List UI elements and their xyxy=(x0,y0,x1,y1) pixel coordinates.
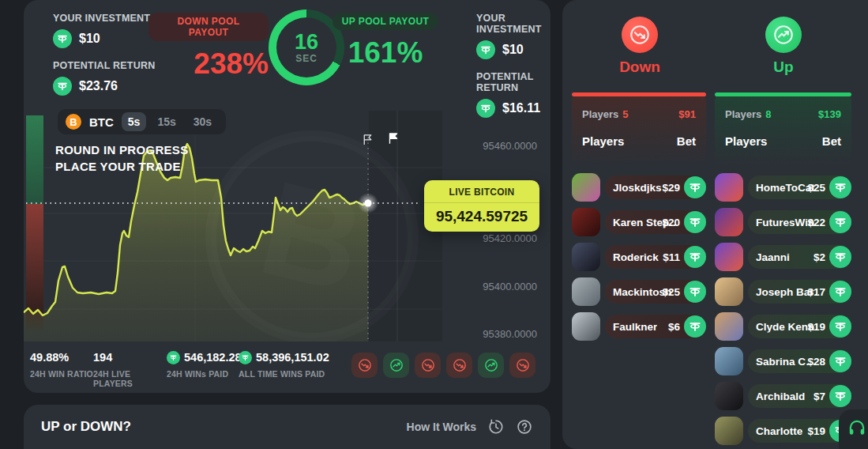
round-result-up xyxy=(478,353,504,378)
down-pool-card: Players 5 $91 Players Bet xyxy=(572,92,706,165)
player-bet: $19 xyxy=(807,425,825,437)
player-name: Archibald xyxy=(756,391,805,402)
player-bet: $28 xyxy=(807,356,825,368)
up-players-count: 8 xyxy=(765,108,771,120)
down-pool-total: $91 xyxy=(678,108,696,120)
bet-column-header: Bet xyxy=(677,134,696,148)
down-pool-payout-percent: 238% xyxy=(148,47,269,81)
your-investment-down-block: YOUR INVESTMENT $10 POTENTIAL RETURN $23… xyxy=(53,13,155,96)
tether-icon xyxy=(53,29,72,48)
price-axis-label: 95380.0000 xyxy=(483,328,537,340)
tether-icon xyxy=(167,351,180,364)
player-bet: $25 xyxy=(662,286,680,298)
down-players-list: Jloskdjks $29 Karen Step… $20 Roderick $… xyxy=(572,173,706,347)
price-axis-label: 95400.0000 xyxy=(483,281,537,292)
down-players-count: 5 xyxy=(622,108,628,120)
bitcoin-icon: B xyxy=(66,114,81,130)
live-price-value: 95,424.59725 xyxy=(424,208,539,225)
live-price-badge: LIVE BITCOIN 95,424.59725 xyxy=(424,180,539,232)
tether-icon xyxy=(684,281,706,303)
player-bet: $25 xyxy=(807,182,825,194)
help-icon[interactable] xyxy=(516,418,533,436)
down-pool-payout-block: DOWN POOL PAYOUT 238% xyxy=(148,13,269,81)
player-name: Faulkner xyxy=(613,321,657,333)
stat-value: 194 xyxy=(93,351,112,364)
tether-icon xyxy=(829,350,851,372)
tether-icon xyxy=(239,351,252,364)
player-bet: $20 xyxy=(662,217,680,228)
app: YOUR INVESTMENT $10 POTENTIAL RETURN $23… xyxy=(0,0,868,449)
price-axis-label: 95420.0000 xyxy=(483,232,537,244)
player-row: Charlotte $19 xyxy=(715,417,851,445)
price-chart-area: B B xyxy=(24,111,550,341)
stat-item: 546,182.28 24H WINs PAID xyxy=(167,350,239,388)
bet-up-button[interactable] xyxy=(765,17,802,53)
player-row: Clyde Kenn… $19 xyxy=(715,312,851,341)
round-result-down xyxy=(446,353,472,378)
player-row: Karen Step… $20 xyxy=(572,208,706,236)
tether-icon xyxy=(829,246,851,268)
player-bet: $19 xyxy=(807,321,825,333)
player-name: Jloskdjks xyxy=(613,182,662,194)
up-pool-payout-block: UP POOL PAYOUT 161% xyxy=(330,13,441,70)
how-it-works-link[interactable]: How It Works xyxy=(407,421,476,433)
avatar xyxy=(715,277,743,306)
up-label: Up xyxy=(750,58,817,76)
round-history xyxy=(351,353,535,378)
round-result-down xyxy=(351,353,378,378)
status-line-1: ROUND IN PROGRESS xyxy=(55,141,188,158)
tether-icon xyxy=(829,281,851,303)
player-bet: $17 xyxy=(807,286,825,298)
avatar xyxy=(715,312,743,341)
stat-value: 49.88% xyxy=(30,351,69,364)
your-investment-label: YOUR INVESTMENT xyxy=(476,13,550,35)
player-bet: $29 xyxy=(662,182,680,194)
round-result-down xyxy=(509,353,535,378)
down-pool-payout-badge: DOWN POOL PAYOUT xyxy=(148,13,269,41)
player-bet: $11 xyxy=(663,251,680,263)
up-pool-payout-badge: UP POOL PAYOUT xyxy=(333,13,439,30)
your-investment-value: $10 xyxy=(502,43,524,57)
player-row: FuturesWin $22 xyxy=(715,208,851,236)
up-pool-payout-percent: 161% xyxy=(330,36,441,70)
stat-value: 58,396,151.02 xyxy=(256,351,329,364)
stat-item: 58,396,151.02 ALL TIME WINS PAID xyxy=(239,350,329,388)
timer-unit: SEC xyxy=(295,53,318,64)
stat-label: 24H LIVE PLAYERS xyxy=(93,369,167,388)
up-players-list: HomeToCat $25 FuturesWin $22 Jaanni $2 J… xyxy=(715,173,851,449)
avatar xyxy=(715,417,743,445)
stat-label: 24H WIN RATIO xyxy=(30,369,93,379)
players-word: Players xyxy=(582,108,618,120)
round-timer: 16 SEC xyxy=(269,9,344,85)
live-price-dot xyxy=(365,200,372,207)
avatar xyxy=(715,208,743,236)
history-icon[interactable] xyxy=(487,418,505,436)
player-row: Roderick $11 xyxy=(572,243,706,271)
potential-return-value: $23.76 xyxy=(79,79,118,93)
round-status-text: ROUND IN PROGRESS PLACE YOUR TRADE xyxy=(55,141,188,175)
timeframe-tab-15s[interactable]: 15s xyxy=(151,112,182,131)
players-column-header: Players xyxy=(725,134,767,148)
support-headphones-button[interactable] xyxy=(839,409,868,449)
player-bet: $6 xyxy=(668,321,680,333)
player-row: Archibald $7 xyxy=(715,382,851,410)
player-name: Charlotte xyxy=(756,425,802,437)
avatar xyxy=(715,347,743,375)
player-name: Jaanni xyxy=(756,251,790,263)
tether-icon xyxy=(829,176,851,198)
avatar xyxy=(572,243,600,271)
bet-down-button[interactable] xyxy=(622,17,658,53)
stat-item: 194 24H LIVE PLAYERS xyxy=(93,350,167,388)
player-bet: $22 xyxy=(807,217,825,228)
player-row: Faulkner $6 xyxy=(572,312,706,341)
symbol-label[interactable]: BTC xyxy=(89,115,114,129)
potential-return-label: POTENTIAL RETURN xyxy=(476,71,550,93)
down-label: Down xyxy=(606,58,674,76)
timeframe-tab-5s[interactable]: 5s xyxy=(122,112,147,131)
timeframe-tab-30s[interactable]: 30s xyxy=(187,112,218,131)
player-row: Joseph Bar… $17 xyxy=(715,277,851,306)
tether-icon xyxy=(684,315,706,338)
player-row: Jaanni $2 xyxy=(715,243,851,271)
bet-column-header: Bet xyxy=(822,134,841,148)
up-pool-card: Players 8 $139 Players Bet xyxy=(715,92,851,165)
